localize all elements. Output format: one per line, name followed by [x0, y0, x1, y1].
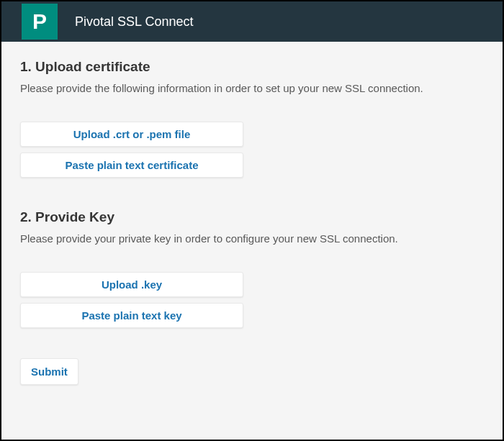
upload-certificate-heading: 1. Upload certificate — [20, 59, 484, 75]
app-header: P Pivotal SSL Connect — [1, 1, 503, 42]
provide-key-description: Please provide your private key in order… — [20, 232, 484, 245]
main-content: 1. Upload certificate Please provide the… — [1, 42, 503, 440]
paste-key-button[interactable]: Paste plain text key — [20, 303, 243, 328]
logo-letter: P — [32, 9, 47, 34]
provide-key-heading: 2. Provide Key — [20, 209, 484, 225]
paste-certificate-button[interactable]: Paste plain text certificate — [20, 153, 243, 178]
logo-icon: P — [22, 4, 58, 40]
upload-key-button[interactable]: Upload .key — [20, 272, 243, 297]
submit-button[interactable]: Submit — [20, 358, 78, 385]
upload-crt-pem-button[interactable]: Upload .crt or .pem file — [20, 122, 243, 147]
upload-certificate-description: Please provide the following information… — [20, 82, 484, 94]
app-title: Pivotal SSL Connect — [75, 14, 193, 29]
